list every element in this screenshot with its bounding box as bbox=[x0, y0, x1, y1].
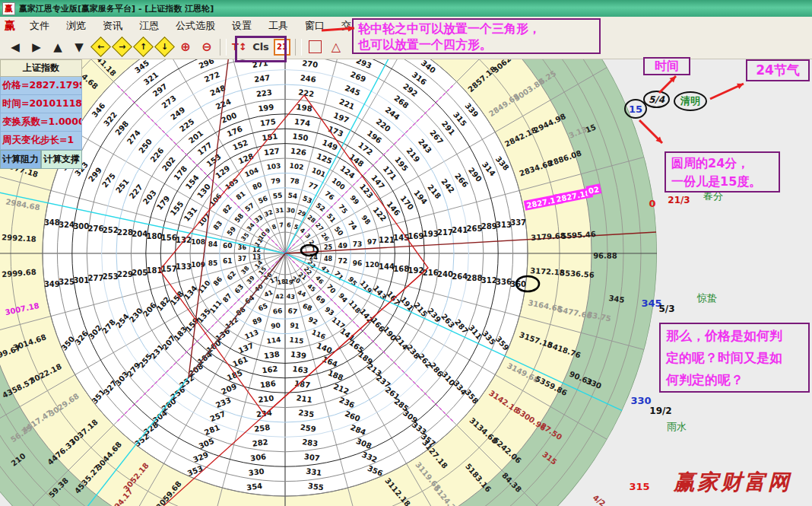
annotation-line: 那么，价格是如何判 bbox=[666, 325, 803, 347]
menu-item-5[interactable]: 设置 bbox=[224, 18, 260, 34]
triangle-tool-icon[interactable]: △ bbox=[326, 37, 346, 57]
menu-item-6[interactable]: 工具 bbox=[260, 18, 297, 34]
degree-label: 惊蛰 bbox=[696, 292, 717, 304]
wheel-number: 42 bbox=[274, 293, 284, 301]
degree-label: 19/2 bbox=[649, 406, 671, 416]
wheel-number: 55 bbox=[272, 192, 283, 201]
app-logo-icon: 赢 bbox=[2, 2, 15, 15]
calc-support-button[interactable]: 计算支撑 bbox=[41, 150, 82, 169]
wheel-number: 265 bbox=[467, 224, 483, 233]
square-tool-icon[interactable] bbox=[305, 37, 325, 57]
pan-left-icon[interactable]: ← bbox=[90, 37, 110, 57]
menu-item-2[interactable]: 资讯 bbox=[94, 18, 131, 34]
degree-label: 0 bbox=[649, 198, 655, 209]
wheel-number: 336 bbox=[496, 278, 512, 286]
wheel-number: 229 bbox=[117, 270, 133, 278]
wheel-number: 7 bbox=[279, 221, 284, 229]
circled-qingming: 清明 bbox=[674, 91, 707, 111]
wheel-number: 276 bbox=[88, 224, 104, 233]
degree-label: 21/3 bbox=[668, 195, 690, 205]
wheel-number: 312 bbox=[481, 276, 497, 285]
wheel-number: 60 bbox=[223, 242, 233, 250]
annotation-line: 也可以放置一个四方形。 bbox=[358, 37, 595, 53]
calc-resistance-button[interactable]: 计算阻力 bbox=[0, 150, 41, 169]
wheel-number: 37 bbox=[238, 256, 246, 263]
wheel-number: 156 bbox=[161, 234, 177, 242]
wheel-number: 216 bbox=[423, 269, 439, 277]
annotation-line: 一份儿是15度。 bbox=[671, 173, 773, 191]
svg-text:96.88: 96.88 bbox=[593, 251, 617, 259]
wheel-number: 289 bbox=[481, 222, 497, 231]
zoom-out-icon[interactable]: ⊖ bbox=[197, 37, 217, 57]
wheel-number: 228 bbox=[117, 228, 133, 237]
menu-item-4[interactable]: 公式选股 bbox=[167, 18, 224, 34]
wheel-number: 133 bbox=[176, 263, 192, 271]
pan-down-icon[interactable]: ↓ bbox=[154, 37, 174, 57]
price-label: 96.88 bbox=[593, 251, 617, 259]
wheel-number: 325 bbox=[59, 278, 75, 286]
wheel-number: 193 bbox=[423, 230, 439, 238]
wheel-number: 348 bbox=[44, 218, 60, 227]
nav-right-icon[interactable]: ▶ bbox=[27, 37, 46, 57]
wheel-number: 132 bbox=[176, 236, 192, 244]
wheel-number: 288 bbox=[467, 274, 483, 282]
wheel-number: 277 bbox=[88, 274, 104, 282]
annotation-24-solar-terms: 24节气 bbox=[746, 59, 810, 81]
wheel-number: 72 bbox=[338, 257, 348, 265]
wheel-number: 205 bbox=[132, 269, 147, 277]
nav-up-icon[interactable]: ▲ bbox=[48, 37, 68, 57]
annotation-line: 定的呢？时间又是如 bbox=[666, 347, 803, 369]
degree-label: 5/3 bbox=[658, 304, 674, 314]
wheel-number: 31 bbox=[274, 206, 284, 214]
wheel-number: 48 bbox=[324, 256, 333, 263]
pan-right-icon[interactable]: → bbox=[112, 37, 132, 57]
transform-coefficient: 变换系数=1.00000 bbox=[0, 113, 82, 132]
wheel-number: 66 bbox=[272, 307, 283, 316]
wheel-number: 324 bbox=[59, 221, 75, 229]
wheel-number: 204 bbox=[132, 230, 147, 238]
window-title: 赢家江恩专业版[赢家服务平台] - [上证指数 江恩轮] bbox=[19, 3, 214, 14]
wheel-number: 78 bbox=[290, 177, 300, 186]
wheel-number: 90 bbox=[271, 321, 281, 330]
svg-text:4/2: 4/2 bbox=[592, 493, 607, 506]
wheel-number: 301 bbox=[73, 276, 89, 285]
gann-wheel-canvas[interactable]: 1234567891011121314151617181920212223242… bbox=[0, 0, 812, 506]
index-title: 上证指数 bbox=[0, 59, 82, 77]
wheel-number: 67 bbox=[287, 307, 298, 316]
menu-item-3[interactable]: 江恩 bbox=[131, 18, 167, 34]
wheel-number: 253 bbox=[103, 272, 119, 281]
degree-label: 雨水 bbox=[667, 421, 687, 432]
wheel-number: 79 bbox=[271, 177, 281, 186]
wheel-number: 240 bbox=[437, 270, 453, 278]
annotation-time-label: 时间 bbox=[643, 57, 690, 75]
wheel-number: 54 bbox=[287, 192, 298, 201]
pan-up-icon[interactable]: ↑ bbox=[133, 37, 153, 57]
price-label: 4/2 bbox=[592, 493, 607, 506]
nav-down-icon[interactable]: ▼ bbox=[69, 37, 89, 57]
menu-item-7[interactable]: 窗口 bbox=[297, 18, 333, 34]
menu-item-0[interactable]: 文件 bbox=[21, 18, 58, 34]
index-info-panel: 上证指数 价格=2827.1799 时间=20101118 变换系数=1.000… bbox=[0, 59, 82, 169]
wheel-number: 169 bbox=[408, 232, 424, 240]
wheel-number: 217 bbox=[437, 228, 453, 237]
annotation-circle-24-divisions: 圆周的24分， 一份儿是15度。 bbox=[665, 151, 780, 193]
wheel-number: 337 bbox=[510, 218, 526, 227]
zoom-in-icon[interactable]: ⊕ bbox=[176, 37, 195, 57]
wheel-number: 300 bbox=[73, 222, 89, 231]
site-watermark: 赢家财富网 bbox=[674, 468, 810, 502]
wheel-number: 97 bbox=[367, 238, 377, 246]
annotation-line: 圆周的24分， bbox=[671, 154, 773, 173]
wheel-number: 61 bbox=[223, 257, 233, 265]
wheel-number: 180 bbox=[147, 232, 163, 240]
title-bar: 赢 赢家江恩专业版[赢家服务平台] - [上证指数 江恩轮] bbox=[0, 0, 812, 17]
price-value: 价格=2827.1799 bbox=[0, 77, 82, 95]
wheel-number: 36 bbox=[238, 244, 247, 251]
wheel-number: 96 bbox=[353, 259, 363, 267]
menu-item-1[interactable]: 浏览 bbox=[58, 18, 94, 34]
wheel-number: 264 bbox=[452, 272, 468, 281]
wheel-number: 108 bbox=[191, 238, 205, 246]
nav-left-icon[interactable]: ◀ bbox=[5, 37, 25, 57]
wheel-number: 84 bbox=[208, 240, 218, 248]
app-window: 1234567891011121314151617181920212223242… bbox=[0, 0, 812, 506]
wheel-number: 73 bbox=[353, 240, 363, 248]
